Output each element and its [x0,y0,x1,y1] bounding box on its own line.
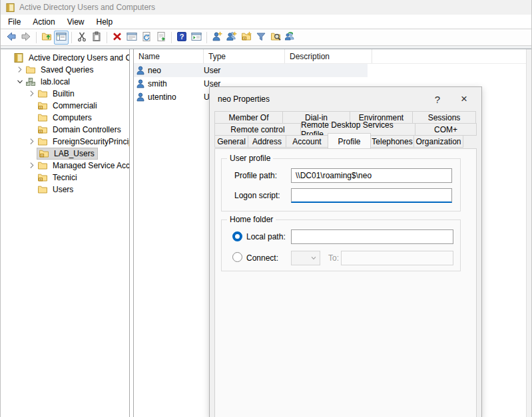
tree-item-label: Commerciali [51,100,99,111]
logon-script-input[interactable] [291,188,452,203]
tree-item-commerciali[interactable]: Commerciali [1,100,129,112]
find-objects-button[interactable] [268,31,283,45]
tab-profile[interactable]: Profile [328,133,371,148]
cell-name: utentino [148,92,199,102]
tab-telephones[interactable]: Telephones [370,135,414,148]
tree-expander-icon[interactable] [15,77,25,86]
expander-spacer [27,149,37,158]
properties-button[interactable] [125,31,139,45]
tree-item-computers[interactable]: Computers [1,112,129,124]
drive-letter-dropdown[interactable] [291,251,320,265]
new-group-button[interactable] [224,31,239,45]
local-path-input[interactable] [291,229,453,244]
connect-label: Connect: [246,253,278,263]
show-action-pane-icon [191,31,202,44]
tree-item-users[interactable]: Users [1,184,129,196]
tree-item-label: Managed Service Accounts [51,160,129,171]
tree-expander-icon[interactable] [15,65,25,74]
tree-item-saved-queries[interactable]: Saved Queries [1,64,129,76]
tab-remote-control[interactable]: Remote control [214,123,301,136]
dialog-help-button[interactable]: ? [424,90,451,108]
refresh-icon [141,31,152,44]
properties-icon [127,31,137,44]
tree-item-builtin[interactable]: Builtin [1,88,129,100]
tree-item-domain-controllers[interactable]: Domain Controllers [1,124,129,136]
menu-bar: FileActionViewHelp [1,15,531,29]
tab-organization[interactable]: Organization [413,135,463,148]
user-icon [136,92,148,102]
menu-file[interactable]: File [2,15,27,29]
connect-to-input[interactable] [341,251,453,265]
change-domain-button[interactable] [283,31,298,45]
ou-icon [37,125,48,135]
chevron-down-icon [310,255,317,261]
profile-path-label: Profile path: [234,171,277,180]
new-ou-button[interactable] [239,31,254,45]
ou-icon [37,101,48,111]
change-domain-icon [285,31,296,44]
tree-item-tecnici[interactable]: Tecnici [1,172,129,184]
column-header-type[interactable]: Type [204,49,285,63]
profile-path-input[interactable] [291,168,452,183]
tree-item-active-directory-users-and-com[interactable]: Active Directory Users and Com [1,52,129,64]
forward-icon [21,31,31,44]
tab-sessions[interactable]: Sessions [412,111,476,124]
tree-expander-icon[interactable] [27,137,37,146]
tree-item-managed-service-accounts[interactable]: Managed Service Accounts [1,160,129,172]
tree-item-label: LAB_Users [52,148,97,159]
show-console-tree-button[interactable] [54,31,69,45]
menu-view[interactable]: View [61,15,91,29]
show-action-pane-button[interactable] [189,31,204,45]
user-icon [136,78,148,89]
expander-spacer [27,101,37,110]
menu-action[interactable]: Action [27,15,61,29]
up-one-level-button[interactable] [39,31,54,45]
export-list-button[interactable] [154,31,168,45]
connect-radio[interactable] [232,252,242,262]
export-list-icon [156,31,166,44]
help-button[interactable]: ? [174,31,189,45]
set-filter-button[interactable] [254,31,268,45]
new-group-icon [226,31,237,44]
forward-button[interactable] [19,31,33,45]
column-header-name[interactable]: Name [134,49,204,63]
tree-expander-icon[interactable] [27,89,37,98]
local-path-radio[interactable] [232,231,242,241]
paste-button[interactable] [89,31,104,45]
tree-item-lab-users[interactable]: LAB_Users [1,148,129,160]
cut-button[interactable] [75,31,89,45]
user-profile-group: User profile Profile path: Logon script: [221,158,461,211]
tree-item-lab-local[interactable]: lab.local [1,76,129,88]
window-title: Active Directory Users and Computers [19,3,155,12]
toolbar-separator [206,32,207,43]
refresh-button[interactable] [139,31,154,45]
tab-com-[interactable]: COM+ [415,123,477,136]
tab-general[interactable]: General [214,135,248,148]
help-icon: ? [176,31,187,44]
paste-icon [91,31,102,44]
tree-expander-icon[interactable] [27,161,37,170]
tab-address[interactable]: Address [248,135,286,148]
delete-button[interactable] [110,31,125,45]
column-header-description[interactable]: Description [285,49,372,63]
toolbar-separator [171,32,172,43]
pane-splitter[interactable] [129,49,134,417]
tree-item-foreignsecurityprincipals[interactable]: ForeignSecurityPrincipals [1,136,129,148]
tree-item-label: lab.local [39,76,72,87]
local-path-label: Local path: [246,232,286,241]
menu-help[interactable]: Help [91,15,119,29]
tab-account[interactable]: Account [286,135,328,148]
logon-script-label: Logon script: [234,191,280,200]
tab-member-of[interactable]: Member Of [214,111,283,124]
expander-spacer [27,185,37,194]
scrollbar-track[interactable] [526,49,531,417]
tree-item-label: Domain Controllers [51,124,123,135]
expander-spacer [27,113,37,122]
dialog-close-button[interactable]: × [451,90,477,108]
toolbar-separator [107,32,107,43]
cell-name: smith [148,79,199,88]
set-filter-icon [256,31,266,44]
back-button[interactable] [4,31,19,45]
new-user-button[interactable] [210,31,224,45]
list-row-neo[interactable]: neoUser [134,64,368,77]
